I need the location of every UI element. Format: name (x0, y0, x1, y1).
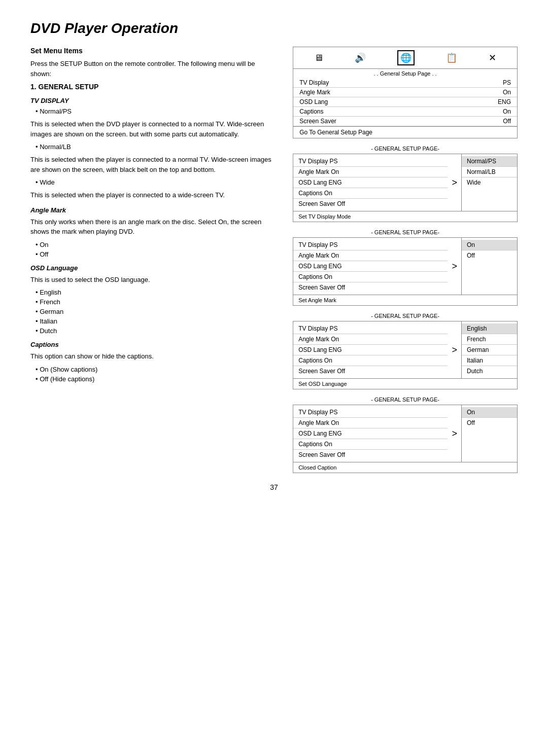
panel-3-opt-4: Italian (462, 355, 517, 366)
panel-2-arrow: > (448, 238, 461, 295)
panel-4-label: - GENERAL SETUP PAGE- (293, 397, 518, 403)
osd-icon-audio: 🔊 (355, 52, 366, 63)
panel-4-right: On Off (461, 405, 517, 462)
panel-3-arrow: > (448, 321, 461, 378)
page-title: DVD Player Operation (30, 20, 518, 37)
panel-3-opt-2: French (462, 334, 517, 345)
angle-mark-heading: Angle Mark (30, 206, 278, 214)
panel-4: TV Display PS Angle Mark On OSD Lang ENG… (293, 405, 518, 473)
panel-2: TV Display PS Angle Mark On OSD Lang ENG… (293, 237, 518, 306)
angle-mark-on: On (36, 241, 278, 248)
osd-menu: 🖥 🔊 🌐 📋 ✕ . . General Setup Page . . TV … (293, 47, 518, 138)
tv-display-option-1: Normal/PS (36, 107, 278, 115)
osd-language-desc: This is used to select the OSD language. (30, 275, 278, 285)
panel-3-footer: Set OSD Language (293, 378, 517, 389)
panel-1-opt-2: Normal/LB (462, 167, 517, 177)
panel-1-arrow: > (448, 154, 461, 211)
tv-display-heading: TV DISPLAY (30, 97, 278, 104)
set-menu-description: Press the SETUP Button on the remote con… (30, 59, 278, 79)
panel-2-left: TV Display PS Angle Mark On OSD Lang ENG… (293, 238, 448, 295)
osd-row-4-value: On (503, 108, 511, 115)
panel-1-opt-1: Normal/PS (462, 156, 517, 167)
osd-row-3-label: OSD Lang (299, 98, 328, 105)
panel-4-footer: Closed Caption (293, 462, 517, 473)
panel-4-row-4: Captions On (293, 439, 448, 450)
tv-display-desc-2: This is selected when the player is conn… (30, 155, 278, 174)
osd-row-5: Screen Saver Off (293, 117, 517, 126)
tv-display-desc-1: This is selected when the DVD player is … (30, 119, 278, 139)
osd-dutch: Dutch (36, 327, 278, 335)
osd-language-heading: OSD Language (30, 264, 278, 272)
panel-3-opt-1: English (462, 323, 517, 334)
panel-4-row-2: Angle Mark On (293, 418, 448, 428)
panel-3-row-2: Angle Mark On (293, 334, 448, 345)
osd-icon-language: 🌐 (397, 50, 415, 65)
panel-4-row-5: Screen Saver Off (293, 450, 448, 460)
tv-display-option-2: Normal/LB (36, 143, 278, 151)
osd-section-title: . . General Setup Page . . (293, 69, 517, 78)
osd-icon-display: 🖥 (314, 53, 323, 63)
tv-display-lb-option: Normal/LB (36, 143, 278, 151)
osd-row-4: Captions On (293, 107, 517, 117)
panel-3-right: English French German Italian Dutch (461, 321, 517, 378)
osd-icon-settings: ✕ (489, 52, 496, 63)
osd-goto: Go To General Setup Page (293, 126, 517, 138)
panel-1-right: Normal/PS Normal/LB Wide (461, 154, 517, 211)
panel-4-row-3: OSD Lang ENG (293, 428, 448, 439)
osd-icon-subtitles: 📋 (446, 52, 457, 63)
osd-row-2: Angle Mark On (293, 88, 517, 97)
osd-row-4-label: Captions (299, 108, 323, 115)
panel-2-row-1: TV Display PS (293, 240, 448, 250)
panel-1-label: - GENERAL SETUP PAGE- (293, 146, 518, 152)
panel-4-left: TV Display PS Angle Mark On OSD Lang ENG… (293, 405, 448, 462)
osd-english: English (36, 289, 278, 296)
captions-options: On (Show captions) Off (Hide captions) (36, 366, 278, 383)
panel-1-left: TV Display PS Angle Mark On OSD Lang ENG… (293, 154, 448, 211)
osd-row-1-label: TV Display (299, 79, 329, 86)
panel-4-opt-1: On (462, 407, 517, 418)
panel-3-label: - GENERAL SETUP PAGE- (293, 313, 518, 319)
osd-row-1: TV Display PS (293, 78, 517, 88)
panel-4-arrow: > (448, 405, 461, 462)
panel-2-row-2: Angle Mark On (293, 250, 448, 261)
panel-2-opt-1: On (462, 240, 517, 250)
osd-italian: Italian (36, 317, 278, 325)
osd-language-options: English French German Italian Dutch (36, 289, 278, 335)
captions-on: On (Show captions) (36, 366, 278, 373)
osd-row-3: OSD Lang ENG (293, 97, 517, 107)
panel-1-footer: Set TV Display Mode (293, 211, 517, 222)
tv-display-wide-option: Wide (36, 178, 278, 186)
panel-3: TV Display PS Angle Mark On OSD Lang ENG… (293, 321, 518, 389)
general-setup-heading: 1. GENERAL SETUP (30, 83, 278, 91)
osd-french: French (36, 298, 278, 306)
osd-row-2-value: On (503, 89, 511, 96)
panel-2-label: - GENERAL SETUP PAGE- (293, 229, 518, 235)
panel-3-left: TV Display PS Angle Mark On OSD Lang ENG… (293, 321, 448, 378)
angle-mark-options: On Off (36, 241, 278, 258)
captions-off: Off (Hide captions) (36, 375, 278, 383)
osd-german: German (36, 308, 278, 315)
panel-1-row-2: Angle Mark On (293, 167, 448, 177)
tv-display-desc-3: This is selected when the player is conn… (30, 190, 278, 200)
panel-2-row-4: Captions On (293, 272, 448, 282)
tv-display-option-3: Wide (36, 178, 278, 186)
captions-desc: This option can show or hide the caption… (30, 351, 278, 362)
panel-4-row-1: TV Display PS (293, 407, 448, 418)
panel-3-row-4: Captions On (293, 355, 448, 366)
panel-3-row-5: Screen Saver Off (293, 366, 448, 376)
panel-2-right: On Off (461, 238, 517, 295)
panel-2-row-5: Screen Saver Off (293, 282, 448, 293)
osd-row-1-value: PS (503, 79, 511, 86)
angle-mark-desc: This only works when there is an angle m… (30, 217, 278, 237)
tv-display-options: Normal/PS (36, 107, 278, 115)
page-number: 37 (30, 483, 518, 491)
panel-2-footer: Set Angle Mark (293, 295, 517, 305)
angle-mark-off: Off (36, 250, 278, 258)
panel-1-row-3: OSD Lang ENG (293, 177, 448, 188)
captions-heading: Captions (30, 341, 278, 348)
panel-1-row-5: Screen Saver Off (293, 199, 448, 209)
panel-1-row-4: Captions On (293, 188, 448, 199)
osd-row-5-label: Screen Saver (299, 118, 336, 125)
panel-1: TV Display PS Angle Mark On OSD Lang ENG… (293, 154, 518, 222)
panel-3-row-3: OSD Lang ENG (293, 345, 448, 355)
